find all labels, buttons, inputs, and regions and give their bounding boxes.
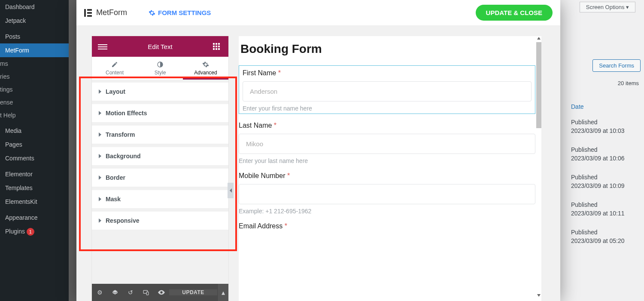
elementor-footer: ⚙ ↺ UPDATE ▴ bbox=[92, 284, 228, 301]
sidebar-item-media[interactable]: Media bbox=[0, 124, 69, 138]
tab-label: Advanced bbox=[194, 70, 217, 76]
sidebar-sub-tings[interactable]: tings bbox=[0, 83, 69, 96]
sidebar-item-metform[interactable]: MetForm bbox=[0, 43, 69, 57]
elementor-tabs: Content Style Advanced bbox=[92, 57, 228, 80]
status-label: Published bbox=[571, 119, 641, 126]
date-label: 2023/03/09 at 10:06 bbox=[571, 155, 625, 162]
last-name-input[interactable] bbox=[239, 134, 535, 154]
panel-update-button[interactable]: UPDATE bbox=[169, 289, 217, 295]
status-label: Published bbox=[571, 229, 641, 236]
published-list: Published2023/03/09 at 10:03 Published20… bbox=[567, 114, 644, 252]
sidebar-item-elementskit[interactable]: ElementsKit bbox=[0, 195, 69, 209]
sidebar-sub-ms[interactable]: ms bbox=[0, 57, 69, 70]
widgets-grid-icon[interactable] bbox=[213, 43, 222, 50]
section-border[interactable]: Border bbox=[92, 169, 228, 187]
sidebar-item-elementor[interactable]: Elementor bbox=[0, 167, 69, 181]
modal-body: Edit Text Content Style Advanced bbox=[76, 26, 560, 301]
section-mask[interactable]: Mask bbox=[92, 190, 228, 208]
section-label: Background bbox=[106, 153, 141, 160]
tab-content[interactable]: Content bbox=[92, 57, 137, 80]
sidebar-sub-ries[interactable]: ries bbox=[0, 70, 69, 83]
canvas-scrollbar[interactable] bbox=[536, 38, 541, 296]
field-help: Enter your first name here bbox=[243, 105, 532, 112]
gear-icon bbox=[202, 61, 209, 68]
section-label: Mask bbox=[106, 196, 121, 203]
sidebar-item-pages[interactable]: Pages bbox=[0, 138, 69, 151]
section-layout[interactable]: Layout bbox=[92, 83, 228, 101]
sidebar-sub-ense[interactable]: ense bbox=[0, 96, 69, 109]
form-settings-button[interactable]: FORM SETTINGS bbox=[149, 9, 211, 16]
screen-options-button[interactable]: Screen Options ▾ bbox=[580, 2, 635, 12]
svg-rect-6 bbox=[146, 292, 149, 295]
elementor-sections: Layout Motion Effects Transform Backgrou… bbox=[92, 80, 228, 284]
field-label: Mobile Number * bbox=[239, 172, 535, 180]
sidebar-item-posts[interactable]: Posts bbox=[0, 30, 69, 43]
sidebar-item-templates[interactable]: Templates bbox=[0, 181, 69, 195]
layers-icon bbox=[112, 289, 118, 295]
modal-logo-text: MetForm bbox=[96, 8, 127, 17]
table-row[interactable]: Published2023/03/09 at 05:20 bbox=[567, 224, 644, 252]
sidebar-item-jetpack[interactable]: Jetpack bbox=[0, 14, 69, 28]
viewport: Dashboard Jetpack Posts MetForm ms ries … bbox=[0, 0, 644, 301]
section-motion-effects[interactable]: Motion Effects bbox=[92, 104, 228, 122]
search-forms-button[interactable]: Search Forms bbox=[592, 59, 641, 72]
sidebar-item-appearance[interactable]: Appearance bbox=[0, 211, 69, 224]
field-label: Last Name * bbox=[239, 122, 535, 129]
sidebar-item-comments[interactable]: Comments bbox=[0, 151, 69, 165]
wp-admin-sidebar: Dashboard Jetpack Posts MetForm ms ries … bbox=[0, 0, 69, 301]
table-row[interactable]: Published2023/03/09 at 10:06 bbox=[567, 142, 644, 169]
field-label: Email Address * bbox=[239, 222, 535, 230]
required-asterisk: * bbox=[285, 222, 287, 230]
first-name-input[interactable] bbox=[243, 81, 532, 101]
devices-icon bbox=[143, 289, 149, 295]
sidebar-sub-help[interactable]: t Help bbox=[0, 109, 69, 122]
tab-label: Content bbox=[106, 70, 124, 76]
table-row[interactable]: Published2023/03/09 at 10:11 bbox=[567, 197, 644, 224]
navigator-icon[interactable] bbox=[107, 284, 123, 301]
section-label: Border bbox=[106, 174, 125, 181]
label-text: First Name bbox=[243, 69, 276, 77]
pencil-icon bbox=[111, 61, 118, 68]
table-row[interactable]: Published2023/03/09 at 10:09 bbox=[567, 169, 644, 197]
label-text: Mobile Number bbox=[239, 172, 285, 179]
update-close-button[interactable]: UPDATE & CLOSE bbox=[476, 5, 553, 21]
section-responsive[interactable]: Responsive bbox=[92, 212, 228, 230]
form-settings-label: FORM SETTINGS bbox=[158, 9, 211, 16]
table-row[interactable]: Published2023/03/09 at 10:03 bbox=[567, 114, 644, 142]
sidebar-item-plugins[interactable]: Plugins1 bbox=[0, 224, 69, 239]
tab-advanced[interactable]: Advanced bbox=[183, 57, 228, 80]
form-field-email[interactable]: Email Address * bbox=[239, 222, 535, 230]
tab-style[interactable]: Style bbox=[137, 57, 183, 80]
section-transform[interactable]: Transform bbox=[92, 126, 228, 144]
form-field-first-name[interactable]: First Name * Enter your first name here bbox=[239, 65, 535, 114]
table-header-date[interactable]: Date bbox=[567, 100, 644, 114]
tab-label: Style bbox=[155, 70, 166, 76]
section-background[interactable]: Background bbox=[92, 147, 228, 165]
caret-right-icon bbox=[99, 154, 101, 158]
label-text: Email Address bbox=[239, 222, 283, 230]
update-options-button[interactable]: ▴ bbox=[217, 284, 228, 301]
scroll-up-icon bbox=[537, 37, 541, 40]
status-label: Published bbox=[571, 174, 641, 181]
caret-right-icon bbox=[99, 175, 101, 180]
history-icon[interactable]: ↺ bbox=[123, 284, 138, 301]
preview-icon[interactable] bbox=[154, 284, 169, 301]
plugins-update-badge: 1 bbox=[27, 228, 34, 236]
caret-right-icon bbox=[99, 132, 101, 137]
panel-settings-icon[interactable]: ⚙ bbox=[92, 284, 107, 301]
section-label: Responsive bbox=[106, 217, 140, 224]
responsive-icon[interactable] bbox=[138, 284, 154, 301]
mobile-input[interactable] bbox=[239, 184, 535, 204]
sidebar-item-dashboard[interactable]: Dashboard bbox=[0, 0, 69, 14]
hamburger-icon[interactable] bbox=[98, 43, 107, 50]
scrollbar-thumb[interactable] bbox=[536, 42, 541, 128]
panel-collapse-handle[interactable] bbox=[228, 183, 234, 198]
form-field-mobile[interactable]: Mobile Number * Example: +1 212-695-1962 bbox=[239, 172, 535, 215]
panel-title: Edit Text bbox=[148, 43, 172, 50]
elementor-icon bbox=[84, 9, 92, 17]
form-field-last-name[interactable]: Last Name * Enter your last name here bbox=[239, 122, 535, 164]
section-label: Layout bbox=[106, 88, 125, 95]
right-column: Screen Options ▾ Search Forms 20 items D… bbox=[558, 0, 644, 301]
date-label: 2023/03/09 at 05:20 bbox=[571, 237, 625, 244]
canvas-inner: Booking Form First Name * Enter your fir… bbox=[239, 36, 541, 230]
